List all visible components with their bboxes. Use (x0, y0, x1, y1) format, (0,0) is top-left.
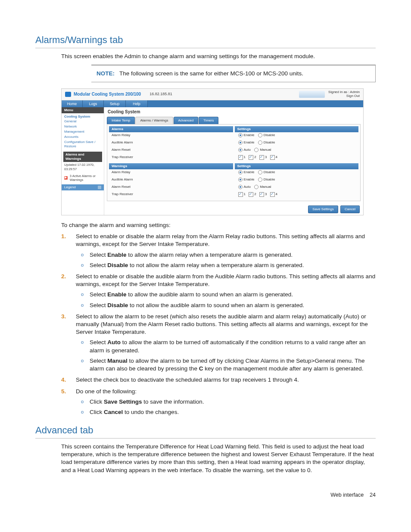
main-panel: Cooling System Intake Temp Alarms / Warn… (104, 107, 363, 215)
section-header-settings-2: Settings (235, 163, 359, 169)
mountain-art-icon (299, 91, 325, 98)
nav-help-tab[interactable]: Help (126, 100, 148, 108)
step-5b: Click Cancel to undo the changes. (81, 408, 376, 416)
section-header-warnings: Warnings (109, 163, 233, 169)
radio-group-audible-alarm: Enable Disable (234, 140, 361, 147)
step-5: 5. Do one of the following: Click Save S… (61, 388, 376, 417)
step-2a: Select Enable to allow the audible alarm… (81, 291, 376, 299)
label-warn-trap: Trap Receiver (107, 191, 234, 199)
checkbox-warn-trap-3[interactable]: 3 (259, 192, 267, 197)
menu-item-network[interactable]: Network (62, 124, 104, 129)
radio-audible-enable[interactable]: Enable (238, 140, 255, 145)
radio-warn-reset-auto[interactable]: Auto (238, 185, 251, 189)
step-3a: Select Auto to allow the alarm to be tur… (81, 339, 376, 354)
radio-alarm-relay-enable[interactable]: Enable (238, 133, 255, 137)
intro-paragraph: This screen enables the Admin to change … (61, 53, 376, 60)
menu-section-cooling[interactable]: Cooling System (62, 113, 104, 119)
footer-label: Web interface (330, 492, 364, 498)
checkbox-warn-trap-4[interactable]: 4 (270, 192, 277, 197)
menu-item-accounts[interactable]: Accounts (62, 134, 104, 140)
menu-alarm-count[interactable]: 3 Active Alarms or Warnings (62, 173, 104, 183)
button-row: Save Settings Cancel (104, 204, 363, 215)
menu-updated: Updated 17.02.1970, 03:29:57 (62, 162, 104, 173)
label-alarm-relay: Alarm Relay (107, 132, 234, 140)
menu-legend[interactable]: Legend (62, 184, 104, 190)
tab-timers[interactable]: Timers (199, 117, 218, 124)
radio-reset-auto[interactable]: Auto (238, 148, 251, 152)
nav-setup-tab[interactable]: Setup (104, 100, 126, 108)
checkbox-trap-3[interactable]: 3 (259, 155, 267, 160)
radio-reset-manual[interactable]: Manual (254, 148, 271, 152)
embedded-screenshot: Modular Cooling System 200/100 16.82.185… (61, 88, 364, 215)
radio-warn-relay-enable[interactable]: Enable (238, 170, 255, 174)
note-text: The following screen is the same for eit… (119, 70, 303, 77)
save-settings-button[interactable]: Save Settings (308, 205, 338, 213)
step-1: 1. Select to enable or disable the alarm… (61, 233, 376, 269)
step-3: 3. Select to allow the alarm to be reset… (61, 313, 376, 373)
menu-item-management[interactable]: Management (62, 129, 104, 134)
section-header-alarms: Alarms (109, 126, 233, 132)
nav-logs-tab[interactable]: Logs (83, 100, 104, 108)
tab-advanced[interactable]: Advanced (174, 117, 199, 124)
steps-list: 1. Select to enable or disable the alarm… (61, 233, 376, 416)
nav-home-tab[interactable]: Home (62, 100, 83, 108)
tab-alarms-warnings[interactable]: Alarms / Warnings (135, 117, 173, 124)
radio-group-warn-relay: Enable Disable (234, 169, 361, 177)
scr-header: Modular Cooling System 200/100 16.82.185… (62, 89, 363, 100)
scr-top-nav: Home Logs Setup Help (62, 100, 363, 108)
label-warn-reset: Alarm Reset (107, 184, 234, 191)
page-footer: Web interface 24 (35, 492, 376, 499)
label-alarm-reset: Alarm Reset (107, 147, 234, 154)
radio-group-alarm-relay: Enable Disable (234, 132, 361, 140)
step-3b: Select Manual to allow the alarm to be t… (81, 357, 376, 373)
footer-page-number: 24 (370, 492, 376, 498)
menu-item-config[interactable]: Configuration Save / Restore (62, 140, 104, 149)
step-2: 2. Select to enable or disable the audib… (61, 273, 376, 309)
label-audible-alarm: Audible Alarm (107, 140, 234, 147)
radio-group-alarm-reset: Auto Manual (234, 147, 361, 154)
radio-warn-audible-enable[interactable]: Enable (238, 177, 255, 182)
checkbox-trap-2[interactable]: 2 (249, 155, 256, 160)
steps-lead: To change the alarm and warning settings… (61, 221, 376, 229)
menu-header: Menu (62, 107, 104, 113)
sign-out-link[interactable]: Sign Out (328, 94, 360, 98)
label-trap-receiver: Trap Receiver (107, 154, 234, 162)
heading-advanced-tab: Advanced tab (35, 424, 376, 439)
ip-address: 16.82.185.81 (149, 92, 172, 96)
checkbox-group-trap: 1 2 3 4 (234, 154, 361, 162)
sign-in-info: Signed in as : Admin Sign Out (328, 90, 360, 98)
label-warn-audible: Audible Alarm (107, 177, 234, 184)
label-warn-relay: Alarm Relay (107, 169, 234, 177)
step-2b: Select Disable to not allow the audible … (81, 302, 376, 309)
checkbox-trap-1[interactable]: 1 (238, 155, 246, 160)
cancel-button[interactable]: Cancel (340, 205, 360, 213)
radio-group-warn-reset: Auto Manual (234, 184, 361, 191)
radio-warn-relay-disable[interactable]: Disable (258, 170, 275, 174)
product-name: Modular Cooling System 200/100 (74, 92, 141, 97)
note-block: NOTE: The following screen is the same f… (91, 65, 376, 82)
alarm-indicator-icon (64, 176, 68, 180)
radio-group-warn-audible: Enable Disable (234, 177, 361, 184)
menu-item-general[interactable]: General (62, 119, 104, 124)
menu-alarms-warnings[interactable]: Alarms and Warnings (63, 152, 102, 162)
hp-logo-icon (65, 92, 71, 97)
section-header-settings-1: Settings (235, 126, 359, 132)
step-5a: Click Save Settings to save the informat… (81, 398, 376, 406)
radio-audible-disable[interactable]: Disable (258, 140, 275, 145)
checkbox-warn-trap-2[interactable]: 2 (249, 192, 256, 197)
settings-panel: Alarms Settings Alarm Relay Enable Disab… (107, 124, 361, 201)
radio-warn-audible-disable[interactable]: Disable (258, 177, 275, 182)
checkbox-trap-4[interactable]: 4 (270, 155, 277, 160)
step-1a: Select Enable to allow the alarm relay w… (81, 251, 376, 259)
step-4: 4.Select the check box to deactivate the… (61, 376, 376, 384)
note-label: NOTE: (97, 70, 115, 77)
radio-alarm-relay-disable[interactable]: Disable (258, 133, 275, 137)
tab-intake-temp[interactable]: Intake Temp (107, 117, 135, 124)
checkbox-warn-trap-1[interactable]: 1 (238, 192, 246, 197)
radio-warn-reset-manual[interactable]: Manual (254, 185, 271, 189)
sidebar-menu: Menu Cooling System General Network Mana… (62, 107, 104, 215)
advanced-paragraph: This screen contains the Temperature Dif… (61, 443, 376, 474)
main-title: Cooling System (104, 107, 363, 117)
step-1b: Select Disable to not allow the alarm re… (81, 261, 376, 269)
sub-tabs: Intake Temp Alarms / Warnings Advanced T… (104, 117, 363, 124)
